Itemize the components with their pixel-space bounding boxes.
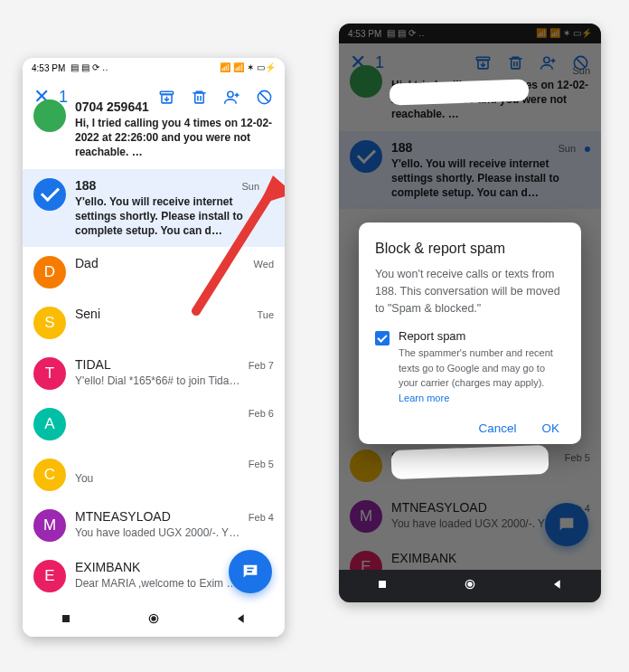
conversation-preview: You [75, 471, 274, 486]
report-spam-description-text: The spammer's number and recent texts go… [399, 347, 553, 388]
avatar: E [33, 560, 66, 592]
signal2-icon: 📶 [549, 29, 560, 38]
conversation-name: 0704 259641 [75, 99, 268, 114]
svg-rect-29 [379, 581, 386, 588]
phone-screenshot-left: 4:53 PM ▤ ▤ ⟳ ‥ 📶 📶 ✶ ▭⚡ ✕ 1 [23, 58, 285, 637]
svg-point-15 [152, 617, 155, 620]
conversation-name: TIDAL [75, 357, 243, 372]
statusbar-time: 4:53 PM [32, 63, 65, 73]
conversation-name: Dad [75, 256, 249, 270]
avatar [33, 99, 66, 132]
conversation-preview: Y'ello! Dial *165*66# to join Tida… [75, 374, 274, 388]
battery-icon: ▭⚡ [257, 63, 276, 72]
conversation-name: MTNEASYLOAD [391, 500, 559, 515]
redaction-scribble-icon [393, 447, 548, 478]
sim1-icon: ▤ [387, 29, 395, 38]
nav-back-button[interactable] [550, 577, 565, 595]
report-spam-label: Report spam [399, 329, 565, 343]
avatar: M [33, 509, 66, 542]
conversation-date: Feb 5 [249, 459, 274, 469]
signal2-icon: 📶 [233, 63, 244, 72]
conversation-date: Feb 6 [249, 408, 274, 419]
report-spam-checkbox[interactable] [375, 331, 390, 345]
nav-home-button[interactable] [463, 577, 477, 595]
conversation-preview: Y'ello. You will receive internet settin… [391, 156, 590, 201]
battery-icon: ▭⚡ [573, 29, 592, 38]
status-bar: 4:53 PM ▤ ▤ ⟳ ‥ 📶 📶 ✶ ▭⚡ [23, 58, 285, 78]
avatar [350, 65, 382, 98]
avatar: T [33, 357, 66, 390]
unread-dot-icon [585, 147, 590, 152]
dialog-body: You won't receive calls or texts from 18… [375, 266, 565, 317]
status-bar: 4:53 PM ▤ ▤ ⟳ ‥ 📶 📶 ✶ ▭⚡ [339, 24, 601, 43]
svg-point-31 [468, 582, 472, 586]
android-navbar [23, 604, 285, 637]
conversation-item-selected[interactable]: 188 Sun Y'ello. You will receive interne… [339, 131, 601, 210]
conversation-date: Feb 5 [565, 452, 590, 463]
conversation-date: Sun [572, 65, 590, 76]
statusbar-indicators-right: 📶 📶 ✶ ▭⚡ [536, 29, 592, 38]
avatar-check-icon [350, 140, 382, 173]
sim2-icon: ▤ [398, 29, 406, 38]
conversation-item[interactable]: D Dad Wed [23, 247, 285, 298]
avatar-check-icon [33, 178, 66, 211]
conversation-date: Feb 7 [249, 360, 274, 371]
statusbar-indicators-left: ▤ ▤ ⟳ ‥ [387, 29, 425, 38]
block-report-dialog: Block & report spam You won't receive ca… [359, 222, 581, 444]
svg-rect-13 [62, 615, 70, 622]
wifi-icon: ✶ [563, 29, 570, 38]
conversation-name: EXIMBANK [391, 551, 585, 565]
conversation-item[interactable]: T TIDAL Feb 7 Y'ello! Dial *165*66# to j… [23, 348, 285, 399]
conversation-date: Tue [257, 309, 274, 320]
unread-dot-icon [268, 185, 274, 190]
phone-screenshot-right: 4:53 PM ▤ ▤ ⟳ ‥ 📶 📶 ✶ ▭⚡ ✕ 1 [339, 24, 601, 602]
new-message-fab[interactable] [229, 550, 272, 593]
nav-recent-button[interactable] [59, 611, 73, 629]
more-icon: ‥ [418, 29, 425, 38]
conversation-item[interactable]: S Seni Tue [23, 298, 285, 348]
conversation-preview: Hi, I tried calling you 4 times on 12-02… [75, 116, 274, 160]
conversation-item[interactable]: M MTNEASYLOAD Feb 4 You have loaded UGX … [23, 500, 285, 551]
sim1-icon: ▤ [70, 63, 79, 72]
wifi-icon: ✶ [247, 63, 254, 72]
nav-home-button[interactable] [146, 611, 161, 629]
avatar: M [350, 500, 382, 533]
conversation-item[interactable]: A Feb 6 [23, 399, 285, 450]
nav-recent-button[interactable] [375, 577, 390, 595]
conversation-preview: You have loaded UGX 2000/-. Y… [75, 525, 274, 540]
avatar: A [33, 408, 66, 440]
more-icon: ‥ [102, 63, 108, 72]
dialog-title: Block & report spam [375, 241, 565, 257]
new-message-fab[interactable] [545, 503, 588, 546]
statusbar-indicators-right: 📶 📶 ✶ ▭⚡ [220, 63, 276, 72]
conversation-preview: Y'ello. You will receive internet settin… [75, 194, 274, 239]
conversation-list[interactable]: 0704 259641 Hi, I tried calling you 4 ti… [23, 90, 285, 601]
android-navbar [339, 570, 601, 602]
conversation-date: Sun [558, 143, 576, 154]
sync-icon: ⟳ [408, 29, 416, 38]
conversation-name: 188 [75, 178, 236, 193]
signal1-icon: 📶 [536, 29, 547, 38]
conversation-item[interactable]: C Feb 5 You [23, 450, 285, 500]
conversation-item[interactable]: 0704 259641 Hi, I tried calling you 4 ti… [23, 90, 285, 169]
avatar: D [33, 256, 66, 289]
statusbar-time: 4:53 PM [348, 29, 381, 39]
statusbar-indicators-left: ▤ ▤ ⟳ ‥ [70, 63, 108, 72]
dialog-ok-button[interactable]: OK [541, 421, 559, 435]
avatar [350, 450, 382, 482]
sim2-icon: ▤ [81, 63, 89, 72]
nav-back-button[interactable] [234, 611, 249, 629]
conversation-item-selected[interactable]: 188 Sun Y'ello. You will receive interne… [23, 169, 285, 248]
dialog-cancel-button[interactable]: Cancel [478, 421, 516, 435]
conversation-date: Feb 4 [249, 512, 274, 523]
conversation-date: Sun [241, 181, 259, 192]
conversation-name: Seni [75, 307, 251, 321]
conversation-name: 188 [391, 140, 552, 155]
signal1-icon: 📶 [220, 63, 230, 72]
conversation-date: Wed [254, 259, 274, 270]
learn-more-link[interactable]: Learn more [399, 393, 449, 403]
avatar: C [33, 459, 66, 491]
sync-icon: ⟳ [92, 63, 99, 72]
report-spam-description: The spammer's number and recent texts go… [399, 345, 565, 405]
conversation-name: MTNEASYLOAD [75, 509, 243, 524]
